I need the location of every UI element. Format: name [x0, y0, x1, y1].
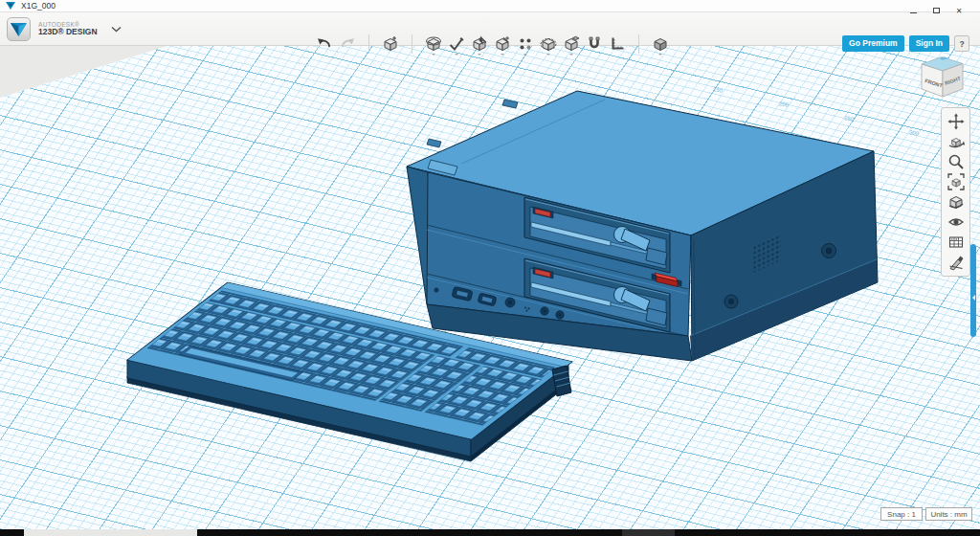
- collapse-arrow-icon: [969, 295, 975, 301]
- side-panel-handle[interactable]: [970, 244, 976, 337]
- app-window: X1G_000 ✕ AUTODESK® 123D® DESIGN: [0, 0, 980, 536]
- app-header: AUTODESK® 123D® DESIGN: [0, 12, 980, 46]
- construct-icon[interactable]: [471, 35, 488, 53]
- titlebar: X1G_000 ✕: [0, 0, 980, 12]
- pan-icon[interactable]: [947, 113, 965, 130]
- viewport[interactable]: 150 200 250 300: [0, 46, 980, 529]
- zoom-icon[interactable]: [947, 153, 965, 170]
- brand-logo-icon: [7, 17, 31, 41]
- fit-view-icon[interactable]: [947, 173, 965, 190]
- sketch-icon[interactable]: [448, 35, 465, 53]
- redo-icon[interactable]: [339, 35, 356, 53]
- window-title: X1G_000: [21, 1, 56, 11]
- view-style-icon[interactable]: [947, 193, 965, 211]
- main-toolbar: [316, 32, 669, 56]
- measure-icon[interactable]: [609, 35, 626, 53]
- close-icon: ✕: [956, 7, 963, 15]
- account-area: Go Premium Sign In ?: [842, 35, 969, 52]
- help-button[interactable]: ?: [954, 35, 969, 52]
- maximize-button[interactable]: [928, 0, 944, 12]
- toolbar-separator: [368, 34, 369, 54]
- undo-icon[interactable]: [316, 35, 333, 53]
- taskbar-item[interactable]: [24, 529, 197, 536]
- primitives-icon[interactable]: [425, 35, 442, 53]
- grid-settings-icon[interactable]: [947, 234, 965, 251]
- combine-icon[interactable]: [563, 35, 580, 53]
- taskbar-item[interactable]: [622, 529, 675, 536]
- computer-model[interactable]: [407, 91, 878, 361]
- snap-icon[interactable]: [586, 35, 603, 53]
- toolbar-separator: [638, 34, 639, 54]
- minimize-icon: [910, 9, 917, 13]
- os-taskbar[interactable]: [0, 529, 980, 536]
- view-navigation-panel: [941, 107, 970, 277]
- transform-icon[interactable]: [382, 35, 399, 53]
- orbit-icon[interactable]: [947, 133, 965, 150]
- material-icon[interactable]: [652, 35, 669, 53]
- snap-status[interactable]: Snap : 1: [880, 507, 923, 521]
- scene-3d: FRONT RIGHT: [0, 46, 980, 529]
- view-cube[interactable]: FRONT RIGHT: [922, 57, 963, 98]
- toolbar-separator: [412, 34, 412, 54]
- grouping-icon[interactable]: [540, 35, 557, 53]
- close-button[interactable]: ✕: [951, 0, 967, 12]
- app-logo-icon: [6, 2, 15, 11]
- sign-in-button[interactable]: Sign In: [909, 35, 949, 52]
- minimize-button[interactable]: [905, 0, 921, 12]
- material-paint-icon[interactable]: [947, 254, 965, 271]
- app-menu[interactable]: AUTODESK® 123D® DESIGN: [7, 15, 122, 43]
- pattern-icon[interactable]: [517, 35, 534, 53]
- brand-product: 123D® DESIGN: [38, 28, 98, 36]
- modify-icon[interactable]: [494, 35, 511, 53]
- visibility-icon[interactable]: [947, 213, 965, 231]
- maximize-icon: [933, 8, 940, 13]
- chevron-down-icon[interactable]: [111, 26, 122, 33]
- go-premium-button[interactable]: Go Premium: [842, 35, 904, 52]
- units-status[interactable]: Units : mm: [925, 507, 972, 521]
